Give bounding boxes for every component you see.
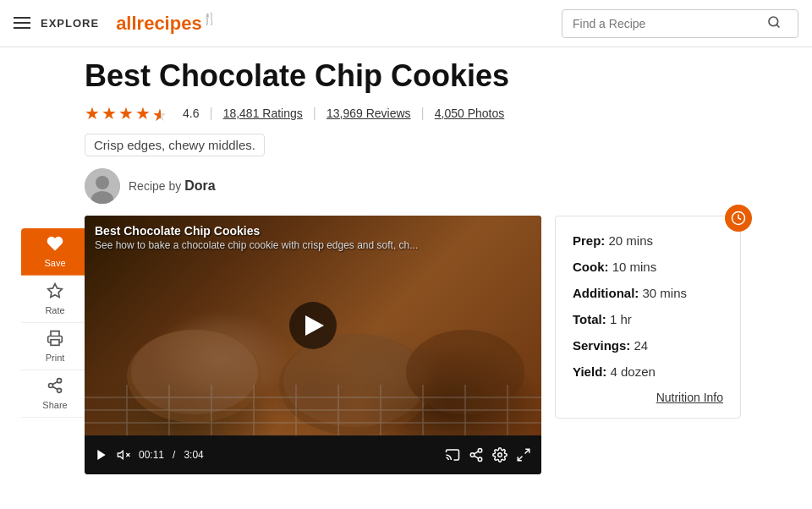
author-name[interactable]: Dora [184, 178, 215, 193]
yield-row: Yield: 4 dozen [573, 364, 723, 379]
prep-row: Prep: 20 mins [573, 233, 723, 248]
share-button[interactable]: Share [21, 370, 89, 418]
play-icon [305, 315, 324, 336]
video-info-row: Best Chocolate Chip Cookies See how to b… [85, 216, 795, 474]
rating-value: 4.6 [183, 107, 199, 120]
prep-row-label: Prep: [573, 233, 605, 248]
info-panel: Prep: 20 mins Cook: 10 mins Additional: … [555, 216, 741, 419]
svg-point-4 [58, 379, 62, 383]
timer-badge [725, 205, 752, 232]
play-button[interactable] [289, 302, 337, 349]
star-2: ★ [102, 103, 117, 123]
allrecipes-logo[interactable]: allrecipes🍴 [116, 12, 217, 35]
star-4: ★ [135, 103, 151, 123]
video-thumbnail: Best Chocolate Chip Cookies See how to b… [85, 216, 541, 435]
star-rating: ★ ★ ★ ★ ★ ★ [85, 103, 169, 123]
print-label: Print [46, 353, 65, 363]
video-player[interactable]: Best Chocolate Chip Cookies See how to b… [85, 216, 541, 474]
header-left: EXPLORE allrecipes🍴 [14, 12, 217, 35]
explore-label[interactable]: EXPLORE [41, 17, 99, 30]
rating-row: ★ ★ ★ ★ ★ ★ 4.6 | 18,481 Ratings | 13,96… [85, 103, 795, 123]
svg-point-6 [58, 388, 62, 392]
play-pause-button[interactable] [95, 448, 108, 462]
svg-point-37 [478, 457, 482, 462]
svg-point-40 [498, 452, 502, 457]
svg-point-5 [49, 384, 53, 388]
recipe-description: Crisp edges, chewy middles. [85, 134, 265, 156]
svg-marker-30 [97, 450, 105, 460]
yield-row-value: 4 dozen [610, 364, 655, 379]
servings-row-label: Servings: [573, 338, 630, 353]
search-input[interactable] [573, 17, 767, 30]
star-1: ★ [85, 103, 100, 123]
rate-button[interactable]: Rate [21, 276, 89, 323]
additional-row: Additional: 30 mins [573, 286, 723, 300]
svg-point-36 [470, 452, 475, 457]
svg-line-41 [525, 449, 529, 453]
yield-row-label: Yield: [573, 364, 606, 379]
fullscreen-button[interactable] [516, 447, 531, 462]
star-5-empty: ★ ★ [152, 105, 169, 122]
video-controls: 00:11 / 3:04 [85, 435, 541, 474]
cook-row-value: 10 mins [612, 260, 657, 274]
rate-label: Rate [45, 305, 64, 315]
star-5-half: ★ [152, 105, 161, 125]
volume-button[interactable] [117, 448, 130, 462]
reviews-link[interactable]: 13,969 Reviews [326, 107, 411, 120]
svg-marker-31 [118, 451, 123, 458]
svg-marker-2 [48, 284, 63, 298]
svg-point-35 [478, 448, 482, 452]
star-icon [47, 282, 63, 304]
main-layout: Save Rate Print [0, 47, 812, 474]
video-right-controls [445, 447, 531, 462]
svg-line-7 [52, 386, 58, 389]
svg-rect-3 [51, 340, 59, 346]
recipe-title: Best Chocolate Chip Cookies [85, 59, 795, 93]
nutrition-info-link[interactable]: Nutrition Info [573, 391, 723, 404]
heart-icon [47, 235, 63, 256]
svg-line-8 [52, 381, 58, 384]
save-label: Save [44, 258, 65, 268]
author-avatar [85, 168, 120, 204]
additional-row-value: 30 mins [643, 286, 688, 300]
ratings-link[interactable]: 18,481 Ratings [223, 107, 303, 120]
search-container [562, 9, 798, 38]
prep-row-value: 20 mins [609, 233, 654, 248]
svg-line-42 [518, 456, 522, 460]
total-row-label: Total: [573, 312, 606, 326]
current-time: 00:11 [139, 449, 164, 461]
svg-line-1 [776, 25, 779, 27]
photos-link[interactable]: 4,050 Photos [435, 107, 505, 120]
total-row: Total: 1 hr [573, 312, 723, 326]
total-time: 3:04 [184, 449, 203, 461]
author-row: Recipe by Dora [85, 168, 795, 204]
hamburger-menu-icon[interactable] [14, 17, 30, 29]
print-icon [47, 330, 63, 351]
search-button[interactable] [767, 15, 781, 32]
svg-line-39 [474, 451, 478, 453]
recipe-area: Best Chocolate Chip Cookies ★ ★ ★ ★ ★ ★ … [85, 59, 795, 474]
cook-row-label: Cook: [573, 260, 609, 274]
star-3: ★ [118, 103, 134, 123]
author-text: Recipe by Dora [129, 178, 216, 194]
share-video-button[interactable] [469, 447, 484, 462]
additional-row-label: Additional: [573, 286, 639, 300]
print-button[interactable]: Print [21, 323, 89, 370]
sidebar-actions: Save Rate Print [17, 59, 93, 474]
servings-row-value: 24 [634, 338, 649, 353]
save-button[interactable]: Save [21, 228, 89, 276]
settings-button[interactable] [492, 447, 508, 462]
share-label: Share [42, 400, 67, 410]
share-icon [47, 377, 63, 398]
cast-button[interactable] [445, 447, 460, 462]
search-box [562, 9, 798, 38]
header: EXPLORE allrecipes🍴 [0, 0, 812, 47]
total-row-value: 1 hr [610, 312, 632, 326]
svg-line-38 [474, 456, 478, 458]
svg-point-10 [96, 176, 109, 189]
servings-row: Servings: 24 [573, 338, 723, 353]
cook-row: Cook: 10 mins [573, 260, 723, 274]
